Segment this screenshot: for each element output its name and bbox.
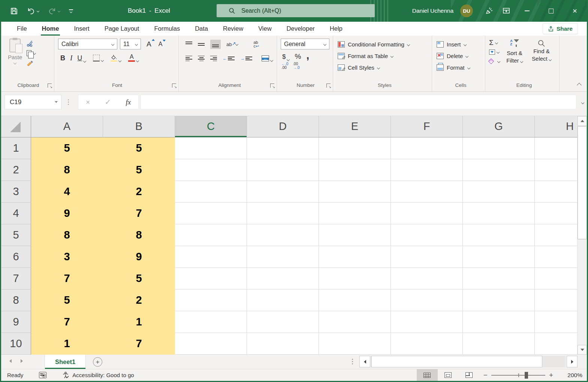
cell-B2[interactable]: 5 [103, 159, 175, 181]
save-icon[interactable] [10, 7, 18, 15]
cell-A1[interactable]: 5 [31, 137, 103, 159]
cell-D9[interactable] [247, 311, 319, 333]
insert-function-icon[interactable]: fx [126, 98, 131, 106]
cell-C5[interactable] [175, 224, 247, 246]
ribbon-display-options-icon[interactable] [498, 0, 515, 22]
bottom-align-button[interactable] [210, 40, 221, 49]
italic-button[interactable]: I [70, 54, 72, 62]
font-color-button[interactable]: A [128, 54, 139, 62]
next-sheet-icon[interactable] [21, 359, 23, 363]
cell-B6[interactable]: 9 [103, 246, 175, 268]
tab-help[interactable]: Help [322, 22, 350, 36]
fill-button[interactable] [489, 49, 500, 55]
bold-button[interactable]: B [60, 54, 65, 62]
autosum-button[interactable]: Σ [489, 39, 500, 46]
page-layout-view-button[interactable] [438, 369, 459, 381]
cut-icon[interactable] [27, 40, 36, 47]
format-as-table-button[interactable]: Format as Table [338, 50, 432, 62]
share-button[interactable]: Share [543, 23, 578, 34]
cell-E9[interactable] [319, 311, 391, 333]
cell-B4[interactable]: 7 [103, 203, 175, 224]
column-header-F[interactable]: F [391, 116, 463, 137]
middle-align-icon[interactable] [198, 42, 205, 47]
tab-insert[interactable]: Insert [66, 22, 97, 36]
column-header-D[interactable]: D [247, 116, 319, 137]
cell-E6[interactable] [319, 246, 391, 268]
increase-indent-button[interactable]: → [240, 56, 252, 61]
search-box[interactable]: Search (Alt+Q) [217, 4, 375, 17]
row-header-4[interactable]: 4 [1, 203, 31, 224]
delete-cells-button[interactable]: Delete [437, 50, 485, 62]
undo-dropdown-icon[interactable] [37, 9, 39, 12]
formula-input[interactable] [141, 95, 576, 109]
cell-D8[interactable] [247, 289, 319, 311]
alignment-dialog-launcher[interactable] [270, 84, 274, 88]
cell-F10[interactable] [391, 333, 463, 355]
scroll-up-button[interactable] [578, 116, 587, 126]
cell-styles-button[interactable]: Cell Styles [338, 62, 432, 73]
row-header-6[interactable]: 6 [1, 246, 31, 268]
cell-F8[interactable] [391, 289, 463, 311]
font-dialog-launcher[interactable] [172, 84, 176, 88]
cell-G7[interactable] [463, 268, 535, 289]
cell-D6[interactable] [247, 246, 319, 268]
row-header-9[interactable]: 9 [1, 311, 31, 333]
row-header-8[interactable]: 8 [1, 289, 31, 311]
minimize-button[interactable] [515, 0, 539, 22]
cell-C8[interactable] [175, 289, 247, 311]
cell-D2[interactable] [247, 159, 319, 181]
cell-G5[interactable] [463, 224, 535, 246]
merge-center-button[interactable] [262, 55, 273, 61]
cell-A9[interactable]: 7 [31, 311, 103, 333]
scroll-left-button[interactable] [359, 356, 370, 367]
avatar[interactable]: DU [460, 4, 473, 17]
expand-formula-bar-icon[interactable] [581, 101, 584, 104]
cell-A5[interactable]: 8 [31, 224, 103, 246]
clear-button[interactable] [489, 58, 500, 63]
close-button[interactable]: × [563, 0, 587, 22]
scroll-down-button[interactable] [578, 345, 587, 355]
cell-C10[interactable] [175, 333, 247, 355]
accounting-format-button[interactable]: $ [282, 53, 289, 61]
cell-F1[interactable] [391, 137, 463, 159]
formula-bar-resize-handle[interactable] [68, 99, 69, 100]
cell-C3[interactable] [175, 181, 247, 203]
scroll-right-button[interactable] [567, 356, 578, 367]
cell-F2[interactable] [391, 159, 463, 181]
borders-button[interactable] [93, 55, 103, 61]
cell-C7[interactable] [175, 268, 247, 289]
cell-B1[interactable]: 5 [103, 137, 175, 159]
top-align-icon[interactable] [186, 42, 192, 47]
cell-A8[interactable]: 5 [31, 289, 103, 311]
cell-H3[interactable] [535, 181, 578, 203]
cell-H10[interactable] [535, 333, 578, 355]
row-header-10[interactable]: 10 [1, 333, 31, 355]
cell-B8[interactable]: 2 [103, 289, 175, 311]
cell-E3[interactable] [319, 181, 391, 203]
column-header-E[interactable]: E [319, 116, 391, 137]
conditional-formatting-button[interactable]: Conditional Formatting [338, 39, 432, 50]
tab-page-layout[interactable]: Page Layout [97, 22, 147, 36]
cell-B9[interactable]: 1 [103, 311, 175, 333]
cell-B5[interactable]: 8 [103, 224, 175, 246]
sort-filter-button[interactable]: AZ Sort &Filter [502, 39, 527, 64]
cell-F3[interactable] [391, 181, 463, 203]
tab-review[interactable]: Review [215, 22, 251, 36]
cell-E10[interactable] [319, 333, 391, 355]
cancel-icon[interactable]: × [86, 98, 90, 106]
format-painter-icon[interactable] [27, 60, 36, 66]
page-break-view-button[interactable] [459, 369, 480, 381]
tab-home[interactable]: Home [34, 22, 67, 36]
cell-D7[interactable] [247, 268, 319, 289]
cell-A7[interactable]: 7 [31, 268, 103, 289]
cell-G9[interactable] [463, 311, 535, 333]
maximize-button[interactable] [539, 0, 563, 22]
tab-view[interactable]: View [251, 22, 279, 36]
cell-H5[interactable] [535, 224, 578, 246]
new-sheet-button[interactable]: + [93, 357, 102, 367]
cell-H4[interactable] [535, 203, 578, 224]
cell-G1[interactable] [463, 137, 535, 159]
cell-H7[interactable] [535, 268, 578, 289]
cell-A10[interactable]: 1 [31, 333, 103, 355]
tab-developer[interactable]: Developer [279, 22, 322, 36]
